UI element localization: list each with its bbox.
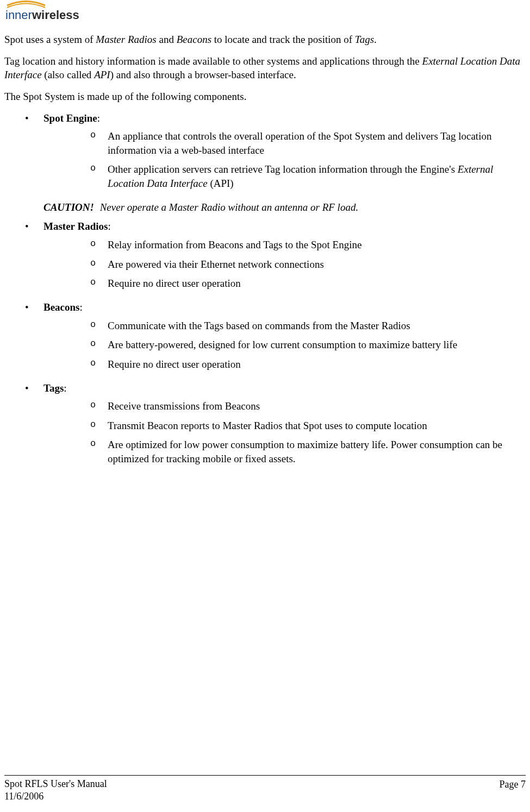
footer-date: 11/6/2006	[4, 790, 107, 803]
logo-prefix: inner	[5, 8, 32, 22]
caution-note: CAUTION! Never operate a Master Radio wi…	[4, 200, 526, 215]
component-subitem: Are battery-powered, designed for low cu…	[43, 338, 526, 352]
component-subitem: Require no direct user operation	[43, 276, 526, 291]
component-sublist: Communicate with the Tags based on comma…	[43, 319, 526, 372]
component-sublist: Relay information from Beacons and Tags …	[43, 238, 526, 291]
intro-p1: Spot uses a system of Master Radios and …	[4, 33, 526, 47]
caution-text: Never operate a Master Radio without an …	[97, 202, 358, 213]
logo-suffix: wireless	[32, 8, 79, 22]
component-subitem: Require no direct user operation	[43, 357, 526, 372]
component-subitem: Are optimized for low power consumption …	[43, 438, 526, 465]
component-subitem: Communicate with the Tags based on comma…	[43, 319, 526, 333]
component-subitem: Relay information from Beacons and Tags …	[43, 238, 526, 252]
footer-title: Spot RFLS User's Manual	[4, 778, 107, 790]
intro-p3: The Spot System is made up of the follow…	[4, 90, 526, 104]
component-sublist: An appliance that controls the overall o…	[43, 129, 526, 191]
component-item: Beacons:Communicate with the Tags based …	[4, 300, 526, 372]
component-subitem: An appliance that controls the overall o…	[43, 129, 526, 157]
component-subitem: Receive transmissions from Beacons	[43, 399, 526, 413]
caution-label: CAUTION!	[43, 202, 94, 213]
svg-text:innerwireless: innerwireless	[5, 8, 79, 22]
page-footer: Spot RFLS User's Manual 11/6/2006 Page 7	[4, 775, 526, 802]
component-sublist: Receive transmissions from BeaconsTransm…	[43, 399, 526, 466]
brand-logo: innerwireless	[4, 0, 526, 22]
component-item: Tags:Receive transmissions from BeaconsT…	[4, 381, 526, 466]
intro-p2: Tag location and history information is …	[4, 54, 526, 82]
component-title: Spot Engine	[43, 112, 97, 124]
components-list: Spot Engine:An appliance that controls t…	[4, 111, 526, 466]
page-content: innerwireless Spot uses a system of Mast…	[0, 0, 530, 466]
component-subitem: Are powered via their Ethernet network c…	[43, 257, 526, 272]
component-title: Master Radios	[43, 221, 108, 232]
component-title: Beacons	[43, 301, 80, 313]
component-item: Spot Engine:An appliance that controls t…	[4, 111, 526, 191]
component-title: Tags	[43, 382, 64, 394]
component-subitem: Transmit Beacon reports to Master Radios…	[43, 419, 526, 433]
component-item: Master Radios:Relay information from Bea…	[4, 219, 526, 291]
footer-page: Page 7	[500, 778, 526, 802]
component-subitem: Other application servers can retrieve T…	[43, 162, 526, 190]
